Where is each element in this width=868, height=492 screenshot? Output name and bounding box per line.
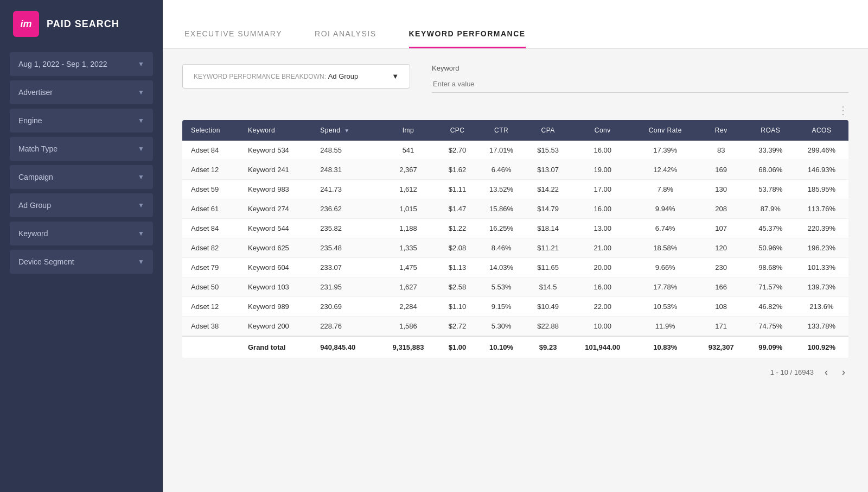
col-header-conv: Conv — [571, 120, 635, 141]
table-row: Adset 61Keyword 274236.621,015$1.4715.86… — [182, 199, 848, 219]
cell-row3-col7: 16.00 — [571, 199, 635, 219]
top-navigation: EXECUTIVE SUMMARYROI ANALYSISKEYWORD PER… — [163, 0, 868, 49]
cell-row6-col11: 101.33% — [795, 258, 848, 277]
sidebar-filters: Aug 1, 2022 - Sep 1, 2022 ▼Advertiser ▼E… — [0, 48, 163, 278]
cell-row7-col11: 139.73% — [795, 277, 848, 297]
grand-total-cell-10: 99.09% — [746, 336, 795, 358]
sidebar-filter-label: Ad Group — [18, 201, 51, 210]
cell-row4-col7: 13.00 — [571, 219, 635, 238]
sidebar-filter-match-type[interactable]: Match Type ▼ — [10, 137, 153, 161]
more-options-button[interactable]: ⋮ — [182, 104, 848, 117]
cell-row0-col7: 16.00 — [571, 141, 635, 160]
col-header-acos: ACOS — [795, 120, 848, 141]
sidebar-filter-label: Match Type — [18, 144, 58, 153]
main-content: EXECUTIVE SUMMARYROI ANALYSISKEYWORD PER… — [163, 0, 868, 492]
keyword-filter-label: Keyword — [432, 64, 848, 72]
tab-roi-analysis[interactable]: ROI ANALYSIS — [315, 16, 376, 48]
cell-row0-col8: 17.39% — [635, 141, 696, 160]
prev-page-button[interactable]: ‹ — [821, 365, 831, 379]
cell-row9-col11: 133.78% — [795, 317, 848, 337]
sidebar-filter-advertiser[interactable]: Advertiser ▼ — [10, 80, 153, 104]
cell-row0-col3: 541 — [379, 141, 437, 160]
cell-row9-col7: 10.00 — [571, 317, 635, 337]
grand-total-cell-9: 932,307 — [696, 336, 746, 358]
cell-row1-col1: Keyword 241 — [242, 160, 315, 180]
table-row: Adset 59Keyword 983241.731,612$1.1113.52… — [182, 180, 848, 199]
grand-total-cell-11: 100.92% — [795, 336, 848, 358]
cell-row9-col2: 228.76 — [315, 317, 379, 337]
cell-row2-col11: 185.95% — [795, 180, 848, 199]
cell-row0-col11: 299.46% — [795, 141, 848, 160]
grand-total-cell-0 — [182, 336, 242, 358]
col-header-conv-rate: Conv Rate — [635, 120, 696, 141]
cell-row6-col10: 98.68% — [746, 258, 795, 277]
cell-row4-col4: $1.22 — [438, 219, 477, 238]
cell-row5-col7: 21.00 — [571, 238, 635, 258]
cell-row4-col10: 45.37% — [746, 219, 795, 238]
cell-row0-col4: $2.70 — [438, 141, 477, 160]
grand-total-cell-2: 940,845.40 — [315, 336, 379, 358]
cell-row4-col2: 235.82 — [315, 219, 379, 238]
cell-row5-col4: $2.08 — [438, 238, 477, 258]
breakdown-dropdown[interactable]: KEYWORD PERFORMANCE BREAKDOWN: Ad Group … — [182, 64, 410, 89]
cell-row1-col0: Adset 12 — [182, 160, 242, 180]
keyword-search-input[interactable] — [432, 75, 848, 93]
cell-row8-col0: Adset 12 — [182, 297, 242, 317]
chevron-down-icon: ▼ — [138, 201, 144, 209]
cell-row8-col10: 46.82% — [746, 297, 795, 317]
cell-row5-col10: 50.96% — [746, 238, 795, 258]
cell-row2-col8: 7.8% — [635, 180, 696, 199]
cell-row1-col4: $1.62 — [438, 160, 477, 180]
sidebar-filter-ad-group[interactable]: Ad Group ▼ — [10, 193, 153, 217]
cell-row8-col5: 9.15% — [477, 297, 526, 317]
cell-row7-col10: 71.57% — [746, 277, 795, 297]
cell-row7-col2: 231.95 — [315, 277, 379, 297]
chevron-down-icon: ▼ — [138, 117, 144, 124]
col-header-cpa: CPA — [526, 120, 571, 141]
cell-row4-col0: Adset 84 — [182, 219, 242, 238]
cell-row2-col6: $14.22 — [526, 180, 571, 199]
sidebar-filter-label: Keyword — [18, 229, 48, 238]
cell-row3-col4: $1.47 — [438, 199, 477, 219]
chevron-down-icon: ▼ — [392, 72, 399, 80]
cell-row2-col5: 13.52% — [477, 180, 526, 199]
sidebar-filter-keyword-filter-sidebar[interactable]: Keyword ▼ — [10, 222, 153, 245]
cell-row8-col6: $10.49 — [526, 297, 571, 317]
cell-row3-col6: $14.79 — [526, 199, 571, 219]
table-row: Adset 82Keyword 625235.481,335$2.088.46%… — [182, 238, 848, 258]
cell-row7-col9: 166 — [696, 277, 746, 297]
cell-row8-col2: 230.69 — [315, 297, 379, 317]
sidebar-filter-campaign[interactable]: Campaign ▼ — [10, 165, 153, 189]
cell-row1-col7: 19.00 — [571, 160, 635, 180]
grand-total-cell-4: $1.00 — [438, 336, 477, 358]
tab-executive-summary[interactable]: EXECUTIVE SUMMARY — [184, 16, 282, 48]
cell-row5-col3: 1,335 — [379, 238, 437, 258]
chevron-down-icon: ▼ — [138, 230, 144, 237]
app-title: PAID SEARCH — [47, 18, 119, 30]
cell-row8-col4: $1.10 — [438, 297, 477, 317]
sidebar-filter-device-segment[interactable]: Device Segment ▼ — [10, 250, 153, 274]
sidebar-filter-label: Advertiser — [18, 88, 53, 97]
cell-row3-col1: Keyword 274 — [242, 199, 315, 219]
cell-row8-col3: 2,284 — [379, 297, 437, 317]
cell-row3-col5: 15.86% — [477, 199, 526, 219]
next-page-button[interactable]: › — [839, 365, 848, 379]
cell-row6-col9: 230 — [696, 258, 746, 277]
sidebar-filter-date-range[interactable]: Aug 1, 2022 - Sep 1, 2022 ▼ — [10, 52, 153, 76]
chevron-down-icon: ▼ — [138, 60, 144, 68]
cell-row8-col8: 10.53% — [635, 297, 696, 317]
col-header-keyword: Keyword — [242, 120, 315, 141]
cell-row5-col1: Keyword 625 — [242, 238, 315, 258]
cell-row6-col5: 14.03% — [477, 258, 526, 277]
table-footer: Grand total940,845.409,315,883$1.0010.10… — [182, 336, 848, 358]
tab-keyword-performance[interactable]: KEYWORD PERFORMANCE — [409, 16, 526, 48]
cell-row1-col5: 6.46% — [477, 160, 526, 180]
cell-row8-col11: 213.6% — [795, 297, 848, 317]
cell-row7-col6: $14.5 — [526, 277, 571, 297]
cell-row1-col3: 2,367 — [379, 160, 437, 180]
cell-row5-col6: $11.21 — [526, 238, 571, 258]
cell-row6-col0: Adset 79 — [182, 258, 242, 277]
cell-row2-col10: 53.78% — [746, 180, 795, 199]
sidebar-filter-engine[interactable]: Engine ▼ — [10, 109, 153, 133]
table-body: Adset 84Keyword 534248.55541$2.7017.01%$… — [182, 141, 848, 336]
